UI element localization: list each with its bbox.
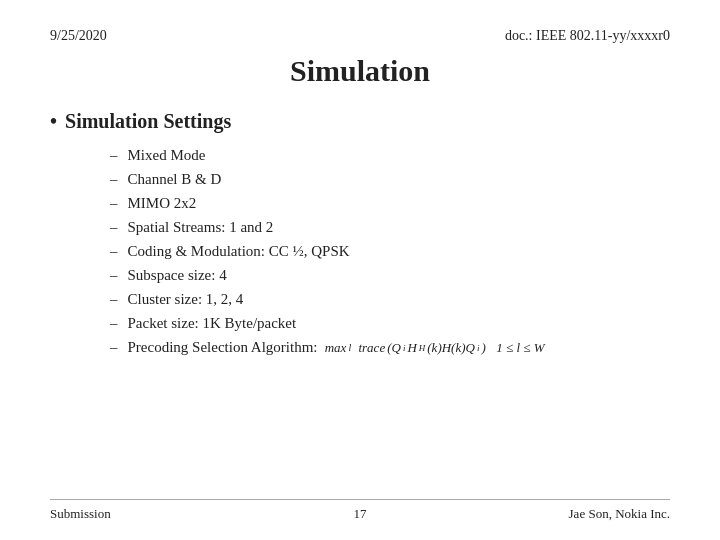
- list-item-text: Channel B & D: [128, 171, 222, 188]
- list-item: – Subspace size: 4: [110, 267, 670, 284]
- list-item-precoding: – Precoding Selection Algorithm: max l t…: [110, 339, 670, 356]
- dash-icon: –: [110, 171, 118, 188]
- list-item-text: Coding & Modulation: CC ½, QPSK: [128, 243, 350, 260]
- slide: 9/25/2020 doc.: IEEE 802.11-yy/xxxxr0 Si…: [0, 0, 720, 540]
- list-item-text: MIMO 2x2: [128, 195, 197, 212]
- dash-icon: –: [110, 291, 118, 308]
- dash-icon: –: [110, 339, 118, 356]
- list-item: – Spatial Streams: 1 and 2: [110, 219, 670, 236]
- dash-icon: –: [110, 267, 118, 284]
- list-item: – MIMO 2x2: [110, 195, 670, 212]
- footer-center: 17: [354, 506, 367, 522]
- dash-icon: –: [110, 315, 118, 332]
- list-item: – Packet size: 1K Byte/packet: [110, 315, 670, 332]
- dash-icon: –: [110, 195, 118, 212]
- math-formula: max l trace (Q i H H (k)H(k)Q i ) 1 ≤ l …: [319, 340, 544, 356]
- list-item-text: Subspace size: 4: [128, 267, 227, 284]
- list-item: – Coding & Modulation: CC ½, QPSK: [110, 243, 670, 260]
- footer: Submission 17 Jae Son, Nokia Inc.: [50, 499, 670, 522]
- footer-right: Jae Son, Nokia Inc.: [569, 506, 670, 522]
- section-bullet: •: [50, 110, 57, 133]
- list-item: – Channel B & D: [110, 171, 670, 188]
- precoding-text: Precoding Selection Algorithm:: [128, 339, 318, 356]
- dash-icon: –: [110, 147, 118, 164]
- dash-icon: –: [110, 243, 118, 260]
- list-item-text: Cluster size: 1, 2, 4: [128, 291, 244, 308]
- list-item: – Mixed Mode: [110, 147, 670, 164]
- list-item: – Cluster size: 1, 2, 4: [110, 291, 670, 308]
- list-item-text: Packet size: 1K Byte/packet: [128, 315, 297, 332]
- bullet-list: – Mixed Mode – Channel B & D – MIMO 2x2 …: [50, 147, 670, 356]
- precoding-line: Precoding Selection Algorithm: max l tra…: [128, 339, 545, 356]
- list-item-text: Spatial Streams: 1 and 2: [128, 219, 274, 236]
- header-date: 9/25/2020: [50, 28, 107, 44]
- header-doc: doc.: IEEE 802.11-yy/xxxxr0: [505, 28, 670, 44]
- slide-title: Simulation: [50, 54, 670, 88]
- section-heading-text: Simulation Settings: [65, 110, 231, 133]
- dash-icon: –: [110, 219, 118, 236]
- list-item-text: Mixed Mode: [128, 147, 206, 164]
- section-heading: • Simulation Settings: [50, 110, 670, 133]
- header: 9/25/2020 doc.: IEEE 802.11-yy/xxxxr0: [50, 28, 670, 44]
- footer-left: Submission: [50, 506, 111, 522]
